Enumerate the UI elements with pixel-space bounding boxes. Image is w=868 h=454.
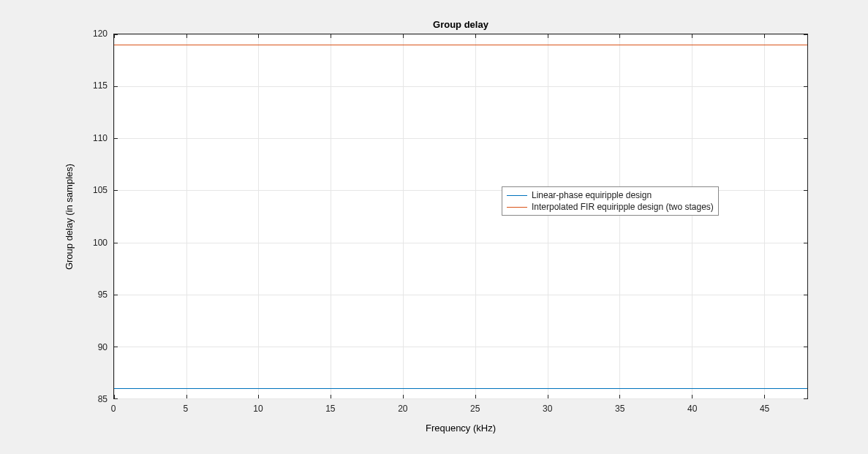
tick-mark-y	[804, 138, 807, 139]
grid-v	[475, 34, 476, 398]
grid-v	[258, 34, 259, 398]
grid-h	[114, 243, 807, 243]
xtick-label: 45	[760, 404, 769, 414]
tick-mark-x	[692, 34, 692, 38]
y-axis-label-text: Group delay (in samples)	[64, 163, 75, 269]
ytick-label: 110	[78, 133, 107, 143]
tick-mark-x	[186, 395, 187, 398]
series-interpolated-fir	[114, 45, 807, 45]
tick-mark-y	[804, 34, 807, 35]
legend-item[interactable]: Interpolated FIR equiripple design (two …	[507, 201, 714, 213]
tick-mark-x	[619, 34, 620, 38]
grid-h	[114, 347, 807, 347]
tick-mark-y	[114, 398, 118, 399]
ytick-label: 115	[78, 80, 107, 91]
grid-h	[114, 86, 807, 87]
grid-v	[403, 34, 404, 398]
tick-mark-x	[258, 34, 259, 38]
ytick-label: 100	[78, 238, 107, 248]
tick-mark-y	[114, 86, 118, 87]
tick-mark-y	[114, 138, 118, 139]
tick-mark-y	[804, 347, 807, 347]
tick-mark-y	[114, 243, 118, 243]
xtick-label: 0	[111, 404, 116, 414]
tick-mark-x	[331, 395, 331, 398]
legend-swatch-icon	[507, 207, 527, 208]
chart-title: Group delay	[113, 19, 808, 30]
ytick-label: 90	[78, 342, 107, 352]
ytick-label: 105	[78, 185, 107, 195]
tick-mark-x	[548, 395, 548, 398]
tick-mark-y	[804, 243, 807, 243]
legend-item[interactable]: Linear-phase equiripple design	[507, 189, 714, 201]
grid-v	[331, 34, 331, 398]
xtick-label: 5	[184, 404, 189, 414]
xtick-label: 35	[615, 404, 624, 414]
tick-mark-y	[804, 86, 807, 87]
y-axis-label: Group delay (in samples)	[62, 34, 77, 399]
tick-mark-x	[403, 34, 404, 38]
grid-v	[548, 34, 548, 398]
xtick-label: 15	[325, 404, 335, 414]
tick-mark-x	[258, 395, 259, 398]
tick-mark-y	[114, 34, 118, 35]
tick-mark-x	[764, 395, 765, 398]
grid-h	[114, 34, 807, 35]
xtick-label: 20	[398, 404, 407, 414]
tick-mark-x	[475, 34, 476, 38]
ytick-label: 120	[78, 29, 107, 39]
tick-mark-x	[548, 34, 548, 38]
ytick-label: 95	[78, 290, 107, 300]
xtick-label: 30	[543, 404, 552, 414]
legend-label: Linear-phase equiripple design	[532, 190, 652, 200]
grid-v	[764, 34, 765, 398]
tick-mark-x	[403, 395, 404, 398]
tick-mark-x	[692, 395, 692, 398]
ytick-label: 85	[78, 394, 107, 404]
tick-mark-y	[804, 295, 807, 295]
xtick-label: 40	[687, 404, 697, 414]
plot-area: Linear-phase equiripple design Interpola…	[113, 34, 808, 399]
tick-mark-x	[475, 395, 476, 398]
tick-mark-x	[619, 395, 620, 398]
grid-v	[114, 34, 115, 398]
grid-v	[619, 34, 620, 398]
grid-h	[114, 398, 807, 399]
tick-mark-y	[804, 190, 807, 191]
x-axis-label: Frequency (kHz)	[113, 423, 808, 434]
grid-h	[114, 138, 807, 139]
legend-label: Interpolated FIR equiripple design (two …	[532, 202, 714, 212]
tick-mark-x	[186, 34, 187, 38]
tick-mark-y	[804, 398, 807, 399]
tick-mark-y	[114, 295, 118, 295]
grid-v	[692, 34, 692, 398]
legend[interactable]: Linear-phase equiripple design Interpola…	[502, 186, 719, 216]
series-linear-phase	[114, 388, 807, 389]
tick-mark-y	[114, 347, 118, 347]
tick-mark-y	[114, 190, 118, 191]
grid-h	[114, 295, 807, 295]
tick-mark-x	[764, 34, 765, 38]
grid-v	[186, 34, 187, 398]
tick-mark-x	[331, 34, 331, 38]
xtick-label: 10	[253, 404, 263, 414]
xtick-label: 25	[470, 404, 480, 414]
legend-swatch-icon	[507, 195, 527, 196]
chart-container: Group delay	[0, 0, 868, 454]
